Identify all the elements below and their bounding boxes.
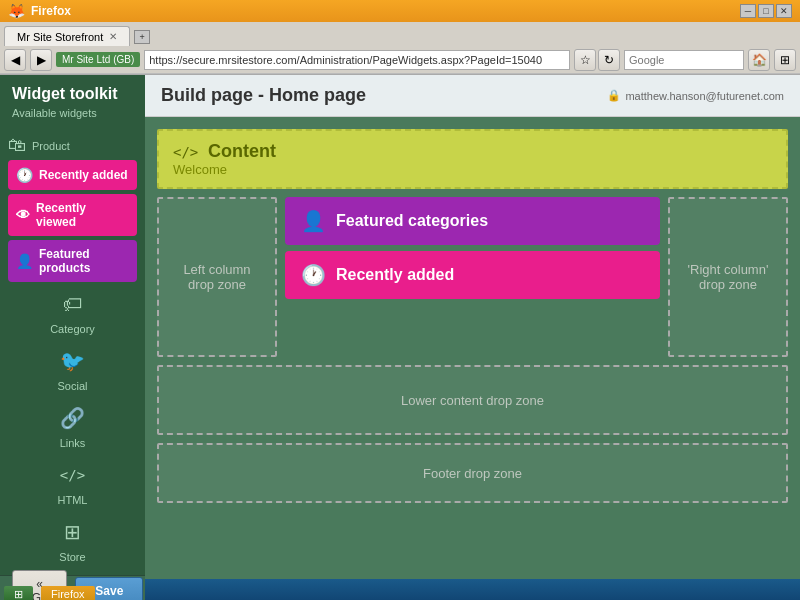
site-badge: Mr Site Ltd (GB) <box>56 52 140 67</box>
left-column-label: Left columndrop zone <box>175 254 258 300</box>
featured-products-label: Featured products <box>39 247 129 275</box>
category-icon: 🏷 <box>55 286 91 322</box>
recently-added-label: Recently added <box>39 168 128 182</box>
featured-products-widget[interactable]: 👤 Featured products <box>8 240 137 282</box>
product-widgets: 🕐 Recently added 👁 Recently viewed 👤 Fea… <box>8 160 137 282</box>
sidebar-item-social[interactable]: 🐦 Social <box>8 343 137 392</box>
lock-icon: 🔒 <box>607 89 621 102</box>
back-nav-button[interactable]: ◀ <box>4 49 26 71</box>
sidebar-item-store[interactable]: ⊞ Store <box>8 514 137 563</box>
sidebar: Widget toolkit Available widgets 🛍 Produ… <box>0 75 145 579</box>
content-area: Build page - Home page 🔒 matthew.hanson@… <box>145 75 800 579</box>
center-column: 👤 Featured categories 🕐 Recently added <box>285 197 660 357</box>
search-bar[interactable] <box>624 50 744 70</box>
featured-categories-block-icon: 👤 <box>301 209 326 233</box>
recently-added-block-icon: 🕐 <box>301 263 326 287</box>
page-header: Build page - Home page 🔒 matthew.hanson@… <box>145 75 800 117</box>
firefox-logo: 🦊 <box>8 3 25 19</box>
page-title: Build page - Home page <box>161 85 366 106</box>
menu-button[interactable]: ⊞ <box>774 49 796 71</box>
browser-tab[interactable]: Mr Site Storefront ✕ <box>4 26 130 46</box>
sidebar-widgets: 🛍 Product 🕐 Recently added 👁 Recently vi… <box>0 127 145 575</box>
page-user: 🔒 matthew.hanson@futurenet.com <box>607 89 784 102</box>
content-zone-subtitle: Welcome <box>173 162 772 177</box>
refresh-button[interactable]: ↻ <box>598 49 620 71</box>
sidebar-item-html[interactable]: </> HTML <box>8 457 137 506</box>
right-column-label: 'Right column'drop zone <box>680 254 777 300</box>
social-label: Social <box>58 380 88 392</box>
html-label: HTML <box>58 494 88 506</box>
tab-close-button[interactable]: ✕ <box>109 31 117 42</box>
sidebar-title: Widget toolkit <box>0 75 145 107</box>
footer-drop-zone[interactable]: Footer drop zone <box>157 443 788 503</box>
tab-label: Mr Site Storefront <box>17 31 103 43</box>
html-icon: </> <box>55 457 91 493</box>
store-icon: ⊞ <box>55 514 91 550</box>
tab-bar: Mr Site Storefront ✕ + <box>0 22 800 46</box>
content-zone-title: Content <box>208 141 276 161</box>
left-column-drop-zone[interactable]: Left columndrop zone <box>157 197 277 357</box>
featured-products-icon: 👤 <box>16 253 33 269</box>
content-zone-icon: </> <box>173 144 198 160</box>
featured-categories-block-label: Featured categories <box>336 212 488 230</box>
recently-viewed-icon: 👁 <box>16 207 30 223</box>
sidebar-item-links[interactable]: 🔗 Links <box>8 400 137 449</box>
lower-content-label: Lower content drop zone <box>393 385 552 416</box>
build-area: </> Content Welcome Left columndrop zone… <box>145 117 800 579</box>
add-tab-button[interactable]: + <box>134 30 150 44</box>
title-bar: 🦊 Firefox ─ □ ✕ <box>0 0 800 22</box>
featured-categories-block[interactable]: 👤 Featured categories <box>285 197 660 245</box>
right-column-drop-zone[interactable]: 'Right column'drop zone <box>668 197 788 357</box>
sidebar-item-product[interactable]: 🛍 Product <box>8 131 137 160</box>
address-bar-container: Mr Site Ltd (GB) <box>56 50 570 70</box>
recently-added-icon: 🕐 <box>16 167 33 183</box>
category-label: Category <box>50 323 95 335</box>
navigation-bar: ◀ ▶ Mr Site Ltd (GB) ☆ ↻ 🏠 ⊞ <box>0 46 800 74</box>
product-icon: 🛍 <box>8 135 26 156</box>
main-layout: Widget toolkit Available widgets 🛍 Produ… <box>0 75 800 579</box>
middle-row: Left columndrop zone 👤 Featured categori… <box>157 197 788 357</box>
sidebar-subtitle: Available widgets <box>0 107 145 127</box>
footer-drop-label: Footer drop zone <box>415 458 530 489</box>
recently-viewed-widget[interactable]: 👁 Recently viewed <box>8 194 137 236</box>
start-button[interactable]: ⊞ <box>4 586 33 601</box>
maximize-button[interactable]: □ <box>758 4 774 18</box>
address-bar[interactable] <box>144 50 570 70</box>
recently-viewed-label: Recently viewed <box>36 201 129 229</box>
recently-added-block-label: Recently added <box>336 266 454 284</box>
product-section: 🛍 Product 🕐 Recently added 👁 Recently vi… <box>8 131 137 282</box>
store-label: Store <box>59 551 85 563</box>
links-icon: 🔗 <box>55 400 91 436</box>
forward-nav-button[interactable]: ▶ <box>30 49 52 71</box>
links-label: Links <box>60 437 86 449</box>
recently-added-widget[interactable]: 🕐 Recently added <box>8 160 137 190</box>
home-button[interactable]: 🏠 <box>748 49 770 71</box>
close-button[interactable]: ✕ <box>776 4 792 18</box>
username: matthew.hanson@futurenet.com <box>625 90 784 102</box>
browser-title: Firefox <box>31 4 71 18</box>
bookmark-button[interactable]: ☆ <box>574 49 596 71</box>
taskbar-firefox[interactable]: Firefox <box>41 586 95 600</box>
recently-added-block[interactable]: 🕐 Recently added <box>285 251 660 299</box>
social-icon: 🐦 <box>55 343 91 379</box>
minimize-button[interactable]: ─ <box>740 4 756 18</box>
lower-content-drop-zone[interactable]: Lower content drop zone <box>157 365 788 435</box>
sidebar-item-category[interactable]: 🏷 Category <box>8 286 137 335</box>
content-drop-zone[interactable]: </> Content Welcome <box>157 129 788 189</box>
product-label: Product <box>32 140 70 152</box>
